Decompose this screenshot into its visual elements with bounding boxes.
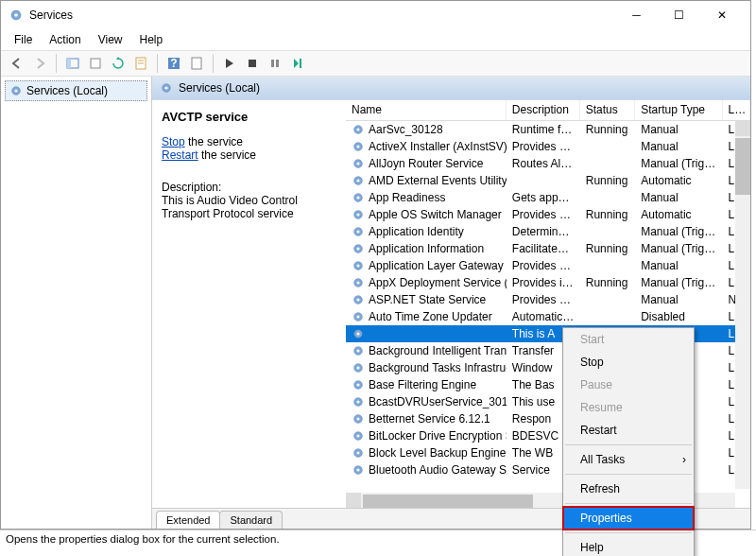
cm-stop[interactable]: Stop xyxy=(563,351,694,374)
service-title: AVCTP service xyxy=(162,110,338,124)
hscroll-thumb[interactable] xyxy=(363,495,533,508)
table-row[interactable]: App ReadinessGets apps re...ManualLoc xyxy=(346,189,750,206)
gear-icon xyxy=(352,174,365,187)
tree-item-services-local[interactable]: Services (Local) xyxy=(5,80,147,101)
gear-icon xyxy=(352,225,365,238)
svg-rect-12 xyxy=(271,60,274,67)
gear-icon xyxy=(352,242,365,255)
cm-all-tasks[interactable]: All Tasks xyxy=(563,448,694,471)
vertical-scrollbar[interactable] xyxy=(735,121,750,489)
cm-separator xyxy=(565,474,692,475)
column-description[interactable]: Description xyxy=(507,100,580,120)
console-tree: Services (Local) xyxy=(1,77,152,529)
scroll-up-button[interactable] xyxy=(735,121,750,136)
properties-button[interactable] xyxy=(130,53,151,74)
column-name[interactable]: Name xyxy=(346,100,507,120)
gear-icon xyxy=(352,191,365,204)
cm-restart[interactable]: Restart xyxy=(563,419,694,442)
gear-icon xyxy=(352,259,365,272)
gear-icon xyxy=(352,208,365,221)
svg-rect-10 xyxy=(192,58,201,69)
gear-icon xyxy=(352,123,365,136)
svg-rect-11 xyxy=(249,60,256,67)
gear-icon xyxy=(352,446,365,460)
gear-icon xyxy=(352,378,365,391)
help-topics-button[interactable] xyxy=(186,53,207,74)
scroll-thumb[interactable] xyxy=(735,138,750,195)
cm-properties[interactable]: Properties xyxy=(563,507,694,530)
gear-icon xyxy=(352,157,365,170)
menu-action[interactable]: Action xyxy=(42,31,88,48)
description-label: Description: xyxy=(162,181,338,194)
table-row[interactable]: Application Layer Gateway S...Provides s… xyxy=(346,257,750,274)
menu-file[interactable]: File xyxy=(7,31,40,48)
table-row[interactable]: AarSvc_30128Runtime for ...RunningManual… xyxy=(346,121,750,138)
scroll-left-button[interactable] xyxy=(346,493,361,508)
detail-pane: AVCTP service Stop the service Restart t… xyxy=(152,100,346,508)
column-logon[interactable]: Log On As xyxy=(723,100,750,120)
gear-icon xyxy=(352,361,365,374)
forward-button[interactable] xyxy=(29,53,50,74)
pane-header: Services (Local) xyxy=(152,77,750,99)
export-button[interactable] xyxy=(85,53,106,74)
tree-item-label: Services (Local) xyxy=(26,84,108,97)
table-row[interactable]: Auto Time Zone UpdaterAutomaticall...Dis… xyxy=(346,308,750,325)
gear-icon xyxy=(352,463,365,477)
svg-rect-3 xyxy=(67,59,71,68)
gear-icon xyxy=(352,344,365,357)
column-startup-type[interactable]: Startup Type xyxy=(635,100,722,120)
table-row[interactable]: ActiveX Installer (AxInstSV)Provides Use… xyxy=(346,138,750,155)
cm-refresh[interactable]: Refresh xyxy=(563,478,694,500)
stop-service-button[interactable] xyxy=(242,53,263,74)
close-button[interactable]: ✕ xyxy=(700,2,743,28)
tab-standard[interactable]: Standard xyxy=(219,511,283,529)
list-header: Name Description Status Startup Type Log… xyxy=(346,100,750,121)
menu-view[interactable]: View xyxy=(91,31,130,48)
cm-separator xyxy=(565,444,692,445)
table-row[interactable]: AllJoyn Router ServiceRoutes AllJo...Man… xyxy=(346,155,750,172)
gear-icon xyxy=(352,412,365,426)
table-row[interactable]: Application InformationFacilitates th...… xyxy=(346,240,750,257)
pause-service-button[interactable] xyxy=(265,53,285,74)
start-service-button[interactable] xyxy=(219,53,240,74)
cm-help[interactable]: Help xyxy=(563,536,694,556)
table-row[interactable]: AppX Deployment Service (A...Provides in… xyxy=(346,274,750,291)
context-menu: Start Stop Pause Resume Restart All Task… xyxy=(562,327,695,556)
restart-service-button[interactable] xyxy=(287,53,308,74)
maximize-button[interactable]: ☐ xyxy=(658,2,700,28)
table-row[interactable]: ASP.NET State ServiceProvides sup...Manu… xyxy=(346,291,750,308)
tab-extended[interactable]: Extended xyxy=(156,511,220,529)
gear-icon xyxy=(352,276,365,289)
toolbar: ? xyxy=(1,50,750,77)
table-row[interactable]: AMD External Events UtilityRunningAutoma… xyxy=(346,172,750,189)
cm-separator xyxy=(565,532,692,533)
gear-icon xyxy=(352,395,365,408)
cm-separator xyxy=(565,503,692,504)
table-row[interactable]: Application IdentityDetermines ...Manual… xyxy=(346,223,750,240)
show-hide-tree-button[interactable] xyxy=(62,53,83,74)
services-app-icon xyxy=(9,8,24,23)
gear-icon xyxy=(352,327,365,340)
svg-rect-13 xyxy=(276,60,279,67)
gear-icon xyxy=(352,310,365,323)
table-row[interactable]: Apple OS Switch ManagerProvides sup...Ru… xyxy=(346,206,750,223)
refresh-button[interactable] xyxy=(108,53,129,74)
cm-pause[interactable]: Pause xyxy=(563,374,694,396)
gear-icon xyxy=(352,293,365,306)
back-button[interactable] xyxy=(7,53,27,74)
cm-start[interactable]: Start xyxy=(563,328,694,351)
window-title: Services xyxy=(29,9,615,22)
titlebar: Services ─ ☐ ✕ xyxy=(1,1,750,29)
menu-help[interactable]: Help xyxy=(132,31,171,48)
cm-resume[interactable]: Resume xyxy=(563,396,694,419)
help-button[interactable]: ? xyxy=(163,53,184,74)
restart-link[interactable]: Restart xyxy=(162,148,198,162)
description-text: This is Audio Video Control Transport Pr… xyxy=(162,194,338,220)
minimize-button[interactable]: ─ xyxy=(615,2,658,28)
gear-icon xyxy=(352,140,365,153)
menubar: File Action View Help xyxy=(1,29,750,50)
gear-icon xyxy=(352,429,365,443)
stop-link[interactable]: Stop xyxy=(162,135,185,148)
column-status[interactable]: Status xyxy=(580,100,636,120)
svg-rect-14 xyxy=(300,59,301,68)
